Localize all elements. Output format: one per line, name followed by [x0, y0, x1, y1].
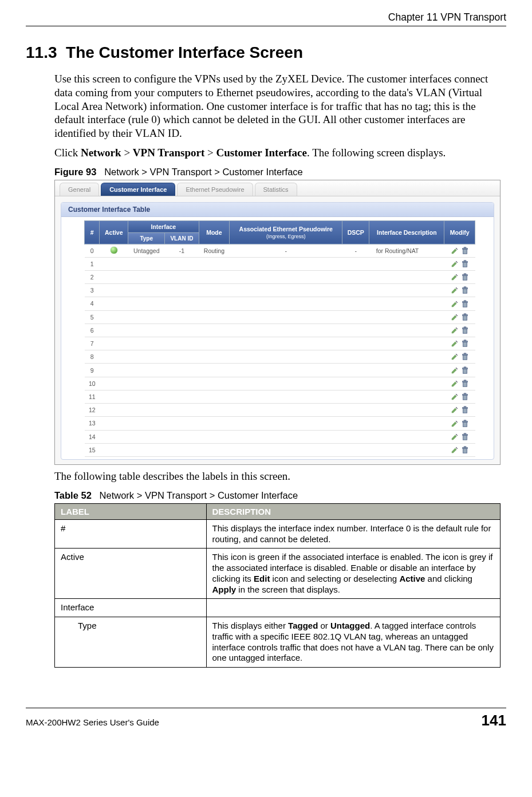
cell-active — [100, 404, 128, 417]
delete-icon[interactable] — [461, 273, 469, 281]
tab-general[interactable]: General — [60, 183, 99, 196]
th-interface: Interface — [128, 220, 199, 232]
cell-active — [100, 284, 128, 297]
delete-icon[interactable] — [461, 300, 469, 308]
delete-icon[interactable] — [461, 433, 469, 441]
cell-dscp — [342, 404, 369, 417]
edit-icon[interactable] — [451, 393, 459, 401]
edit-icon[interactable] — [451, 353, 459, 361]
labels-cell-label: Active — [55, 549, 207, 599]
cell-vlan — [165, 257, 199, 270]
cell-index: 3 — [85, 284, 100, 297]
edit-icon[interactable] — [451, 433, 459, 441]
cell-assoc — [230, 297, 342, 310]
table-row: 4 — [85, 297, 475, 310]
cell-active — [100, 350, 128, 364]
tab-statistics[interactable]: Statistics — [255, 183, 297, 196]
cell-type — [128, 350, 165, 364]
cell-index: 7 — [85, 337, 100, 350]
cell-type — [128, 364, 165, 377]
delete-icon[interactable] — [461, 366, 469, 374]
svg-rect-2 — [464, 247, 466, 248]
cell-type — [128, 337, 165, 350]
edit-icon[interactable] — [451, 247, 459, 255]
cell-index: 9 — [85, 364, 100, 377]
edit-icon[interactable] — [451, 273, 459, 281]
labels-cell-label: Interface — [55, 599, 207, 617]
cell-active — [100, 323, 128, 337]
figure-caption-text: Network > VPN Transport > Customer Inter… — [104, 167, 303, 177]
cell-mode — [199, 404, 230, 417]
edit-icon[interactable] — [451, 380, 459, 388]
nav-path-customer-interface: Customer Interface — [216, 147, 307, 159]
delete-icon[interactable] — [461, 286, 469, 294]
page-footer: MAX-200HW2 Series User's Guide 141 — [26, 708, 506, 729]
cell-index: 11 — [85, 390, 100, 403]
edit-icon[interactable] — [451, 326, 459, 334]
delete-icon[interactable] — [461, 313, 469, 321]
cell-mode — [199, 350, 230, 364]
svg-rect-21 — [463, 342, 467, 347]
cell-dscp — [342, 350, 369, 364]
paragraph-2: Click Network > VPN Transport > Customer… — [54, 146, 501, 160]
section-title: The Customer Interface Screen — [66, 44, 303, 61]
cell-index: 15 — [85, 443, 100, 456]
cell-type — [128, 443, 165, 456]
delete-icon[interactable] — [461, 353, 469, 361]
edit-icon[interactable] — [451, 286, 459, 294]
tab-ethernet-pseudowire[interactable]: Ethernet Pseudowire — [177, 183, 253, 196]
cell-assoc — [230, 417, 342, 430]
svg-rect-23 — [464, 340, 466, 341]
cell-desc — [369, 443, 444, 456]
cell-modify — [444, 337, 475, 350]
cell-desc — [369, 257, 444, 270]
table-row: 0Untagged-1Routing--for Routing/NAT — [85, 244, 475, 257]
tab-customer-interface[interactable]: Customer Interface — [101, 183, 175, 196]
nav-path-network: Network — [81, 147, 121, 159]
edit-icon[interactable] — [451, 446, 459, 454]
delete-icon[interactable] — [461, 260, 469, 268]
delete-icon[interactable] — [461, 393, 469, 401]
svg-rect-47 — [464, 447, 466, 448]
table-row: 15 — [85, 443, 475, 456]
cell-assoc — [230, 390, 342, 403]
delete-icon[interactable] — [461, 247, 469, 255]
delete-icon[interactable] — [461, 340, 469, 348]
cell-modify — [444, 244, 475, 257]
cell-dscp — [342, 417, 369, 430]
cell-mode — [199, 323, 230, 337]
th-assoc: Associated Ethernet Pseudowire (Ingress,… — [230, 220, 342, 244]
cell-vlan — [165, 297, 199, 310]
cell-active — [100, 257, 128, 270]
edit-icon[interactable] — [451, 420, 459, 428]
cell-assoc — [230, 323, 342, 337]
cell-modify — [444, 350, 475, 364]
delete-icon[interactable] — [461, 446, 469, 454]
svg-rect-30 — [463, 382, 467, 386]
cell-vlan — [165, 350, 199, 364]
table-row: 14 — [85, 430, 475, 443]
cell-vlan — [165, 284, 199, 297]
svg-rect-27 — [463, 369, 467, 373]
edit-icon[interactable] — [451, 260, 459, 268]
delete-icon[interactable] — [461, 326, 469, 334]
cell-modify — [444, 270, 475, 283]
cell-desc — [369, 270, 444, 283]
cell-type — [128, 430, 165, 443]
edit-icon[interactable] — [451, 366, 459, 374]
cell-assoc — [230, 257, 342, 270]
edit-icon[interactable] — [451, 340, 459, 348]
delete-icon[interactable] — [461, 380, 469, 388]
th-assoc-sub: (Ingress, Egress) — [266, 234, 306, 239]
cell-type — [128, 377, 165, 390]
edit-icon[interactable] — [451, 406, 459, 414]
cell-modify — [444, 443, 475, 456]
edit-icon[interactable] — [451, 313, 459, 321]
labels-cell-desc: This displays either Tagged or Untagged.… — [206, 617, 500, 668]
edit-icon[interactable] — [451, 300, 459, 308]
th-num: # — [85, 220, 100, 244]
svg-rect-38 — [464, 407, 466, 408]
delete-icon[interactable] — [461, 420, 469, 428]
delete-icon[interactable] — [461, 406, 469, 414]
cell-modify — [444, 404, 475, 417]
